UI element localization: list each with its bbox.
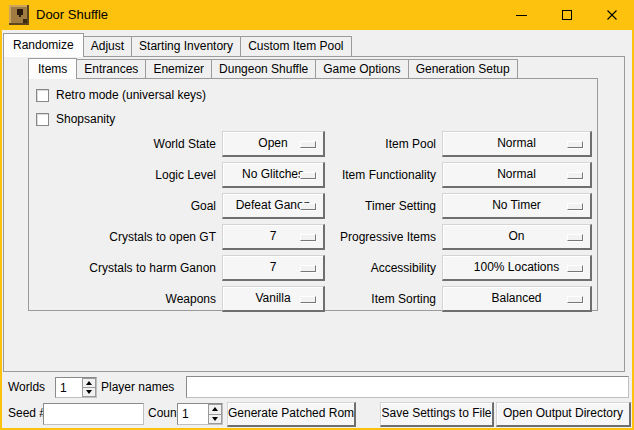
world-state-value: Open	[258, 136, 287, 150]
tab-generation-setup[interactable]: Generation Setup	[408, 59, 518, 78]
logic-level-label: Logic Level	[34, 168, 222, 182]
worlds-spinbox[interactable]	[55, 377, 97, 398]
weapons-value: Vanilla	[255, 291, 290, 305]
count-spin-up-button[interactable]	[208, 404, 222, 415]
count-spinbox[interactable]	[177, 403, 223, 425]
tab-adjust[interactable]: Adjust	[83, 36, 132, 56]
goal-label: Goal	[34, 199, 222, 213]
worlds-input[interactable]	[56, 378, 82, 397]
option-row: Goal Defeat Ganon	[34, 190, 325, 221]
player-names-input[interactable]	[186, 376, 629, 398]
tab-game-options[interactable]: Game Options	[315, 59, 408, 78]
titlebar: Door Shuffle	[0, 0, 634, 30]
item-sorting-label: Item Sorting	[298, 292, 442, 306]
option-row: Accessibility 100% Locations	[298, 252, 592, 283]
weapons-label: Weapons	[34, 292, 222, 306]
crystals-gt-value: 7	[270, 229, 277, 243]
option-row: Crystals to harm Ganon 7	[34, 252, 325, 283]
progressive-items-value: On	[508, 229, 524, 243]
door-app-icon	[9, 5, 29, 25]
dropdown-indicator-icon	[567, 141, 583, 148]
player-names-label: Player names	[101, 377, 174, 398]
option-row: Crystals to open GT 7	[34, 221, 325, 252]
count-label: Count	[148, 403, 180, 424]
minimize-icon	[516, 15, 527, 16]
item-functionality-value: Normal	[497, 167, 536, 181]
arrow-up-icon	[86, 381, 92, 385]
arrow-up-icon	[212, 407, 218, 411]
tab-entrances[interactable]: Entrances	[76, 59, 146, 78]
arrow-down-icon	[86, 390, 92, 394]
retro-mode-checkbox-row[interactable]: Retro mode (universal keys)	[36, 88, 206, 102]
accessibility-label: Accessibility	[298, 261, 442, 275]
dropdown-indicator-icon	[567, 296, 583, 303]
option-row: World State Open	[34, 128, 325, 159]
accessibility-value: 100% Locations	[474, 260, 559, 274]
generate-patched-rom-button[interactable]: Generate Patched Rom	[227, 402, 356, 427]
option-row: Progressive Items On	[298, 221, 592, 252]
client-area: Randomize Adjust Starting Inventory Cust…	[2, 30, 632, 428]
item-pool-value: Normal	[497, 136, 536, 150]
window-title: Door Shuffle	[36, 0, 108, 30]
retro-mode-label: Retro mode (universal keys)	[56, 88, 206, 102]
option-row: Item Pool Normal	[298, 128, 592, 159]
option-row: Item Functionality Normal	[298, 159, 592, 190]
close-icon	[606, 9, 618, 21]
crystals-ganon-label: Crystals to harm Ganon	[34, 261, 222, 275]
world-state-label: World State	[34, 137, 222, 151]
timer-setting-value: No Timer	[492, 198, 541, 212]
minimize-button[interactable]	[499, 0, 544, 30]
dropdown-indicator-icon	[567, 265, 583, 272]
crystals-gt-label: Crystals to open GT	[34, 230, 222, 244]
crystals-ganon-value: 7	[270, 260, 277, 274]
tab-items[interactable]: Items	[28, 58, 77, 79]
shopsanity-checkbox[interactable]	[36, 113, 49, 126]
option-row: Timer Setting No Timer	[298, 190, 592, 221]
tab-enemizer[interactable]: Enemizer	[145, 59, 212, 78]
main-tab-bar: Randomize Adjust Starting Inventory Cust…	[3, 33, 351, 57]
count-spin-down-button[interactable]	[208, 415, 222, 425]
logic-level-value: No Glitches	[242, 167, 304, 181]
timer-setting-dropdown[interactable]: No Timer	[442, 193, 592, 219]
item-pool-dropdown[interactable]: Normal	[442, 131, 592, 157]
option-row: Weapons Vanilla	[34, 283, 325, 314]
sub-tab-bar: Items Entrances Enemizer Dungeon Shuffle…	[28, 58, 517, 79]
options-column-right: Item Pool Normal Item Functionality Norm…	[298, 128, 592, 314]
seed-input[interactable]	[43, 403, 144, 425]
timer-setting-label: Timer Setting	[298, 199, 442, 213]
option-row: Item Sorting Balanced	[298, 283, 592, 314]
progressive-items-dropdown[interactable]: On	[442, 224, 592, 250]
dropdown-indicator-icon	[567, 234, 583, 241]
maximize-button[interactable]	[544, 0, 589, 30]
tab-starting-inventory[interactable]: Starting Inventory	[131, 36, 241, 56]
worlds-spin-down-button[interactable]	[82, 388, 96, 397]
shopsanity-label: Shopsanity	[56, 112, 115, 126]
maximize-icon	[562, 10, 572, 20]
save-settings-button[interactable]: Save Settings to File	[380, 402, 494, 427]
open-output-directory-button[interactable]: Open Output Directory	[496, 402, 631, 427]
seed-label: Seed #	[8, 403, 46, 424]
option-row: Logic Level No Glitches	[34, 159, 325, 190]
item-functionality-dropdown[interactable]: Normal	[442, 162, 592, 188]
dropdown-indicator-icon	[567, 203, 583, 210]
door-shuffle-window: Door Shuffle Randomize Adjust Starting I…	[0, 0, 634, 430]
tab-randomize[interactable]: Randomize	[3, 33, 84, 57]
item-sorting-dropdown[interactable]: Balanced	[442, 286, 592, 312]
close-button[interactable]	[589, 0, 634, 30]
count-input[interactable]	[178, 404, 208, 424]
worlds-spin-up-button[interactable]	[82, 378, 96, 388]
tab-custom-item-pool[interactable]: Custom Item Pool	[240, 36, 351, 56]
item-sorting-value: Balanced	[491, 291, 541, 305]
item-functionality-label: Item Functionality	[298, 168, 442, 182]
item-pool-label: Item Pool	[298, 137, 442, 151]
shopsanity-checkbox-row[interactable]: Shopsanity	[36, 112, 115, 126]
arrow-down-icon	[212, 417, 218, 421]
tab-dungeon-shuffle[interactable]: Dungeon Shuffle	[211, 59, 316, 78]
dropdown-indicator-icon	[567, 172, 583, 179]
worlds-label: Worlds	[8, 377, 45, 398]
options-column-left: World State Open Logic Level No Glitches…	[34, 128, 325, 314]
retro-mode-checkbox[interactable]	[36, 89, 49, 102]
accessibility-dropdown[interactable]: 100% Locations	[442, 255, 592, 281]
progressive-items-label: Progressive Items	[298, 230, 442, 244]
